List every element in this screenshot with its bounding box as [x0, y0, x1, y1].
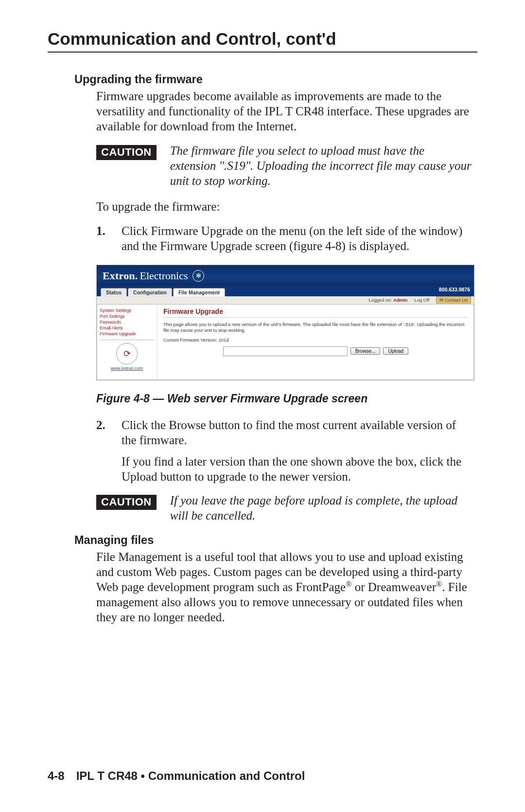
to-upgrade-intro: To upgrade the firmware:: [96, 199, 472, 215]
sidebar-item-firmware[interactable]: Firmware Upgrade: [100, 331, 154, 337]
browse-button[interactable]: Browse...: [350, 347, 381, 355]
sidebar-item-passwords[interactable]: Passwords: [100, 319, 154, 325]
brand-electronics: Electronics: [140, 270, 188, 282]
figure-4-8: Extron. Electronics ✻ Status Configurati…: [96, 265, 474, 380]
file-path-input[interactable]: [223, 346, 348, 356]
caution-badge: CAUTION: [96, 145, 157, 160]
step-1-text: Click Firmware Upgrade on the menu (on t…: [122, 224, 472, 254]
section-upgrading-body: Firmware upgrades become available as im…: [96, 89, 472, 134]
caution-2: CAUTION If you leave the page before upl…: [96, 493, 472, 523]
logged-on-label: Logged on: Admin: [369, 297, 408, 303]
contact-us-link[interactable]: ✉ Contact Us: [436, 296, 471, 304]
tab-bar: Status Configuration File Management 800…: [97, 286, 474, 296]
caution-badge: CAUTION: [96, 495, 157, 510]
step-2-followup: If you find a later version than the one…: [122, 454, 472, 485]
main-panel: Firmware Upgrade This page allows you to…: [158, 305, 474, 380]
firmware-description: This page allows you to upload a new ver…: [163, 322, 468, 333]
section-upgrading-heading: Upgrading the firmware: [74, 73, 477, 86]
sidebar-item-port[interactable]: Port Settings: [100, 313, 154, 319]
phone-number: 800.633.9876: [439, 287, 470, 292]
page-number: 4-8: [48, 769, 65, 782]
firmware-version: Current Firmware Version: 101d: [163, 337, 468, 343]
sidebar: System Settings Port Settings Passwords …: [97, 305, 158, 380]
step-2-text: Click the Browse button to find the most…: [122, 418, 472, 448]
section-managing-heading: Managing files: [74, 534, 477, 547]
caution-1: CAUTION The firmware file you select to …: [96, 144, 472, 188]
sidebar-logo-icon: ⟳: [116, 343, 138, 364]
brand-extron: Extron.: [103, 270, 138, 282]
caution-2-text: If you leave the page before upload is c…: [170, 493, 472, 523]
figure-caption: Figure 4-8 — Web server Firmware Upgrade…: [96, 392, 477, 405]
app-banner: Extron. Electronics ✻: [97, 265, 474, 286]
footer-title: IPL T CR48 • Communication and Control: [76, 769, 305, 782]
chapter-title: Communication and Control, cont'd: [48, 29, 477, 49]
status-bar: Logged on: Admin Log Off ✉ Contact Us: [97, 296, 474, 305]
step-1: 1. Click Firmware Upgrade on the menu (o…: [96, 224, 472, 254]
logo-icon: ✻: [192, 270, 204, 282]
page-footer: 4-8 IPL T CR48 • Communication and Contr…: [48, 769, 305, 783]
logged-user: Admin: [393, 297, 408, 303]
step-number: 1.: [96, 224, 111, 254]
tab-file-management[interactable]: File Management: [173, 288, 225, 296]
step-number: 2.: [96, 418, 111, 448]
tab-status[interactable]: Status: [101, 288, 127, 296]
reg-mark-icon: ®: [346, 580, 351, 589]
tab-configuration[interactable]: Configuration: [128, 288, 172, 296]
sidebar-item-system[interactable]: System Settings: [100, 307, 154, 313]
reg-mark-icon: ®: [436, 580, 442, 589]
title-rule: [48, 52, 477, 53]
caution-1-text: The firmware file you select to upload m…: [170, 144, 472, 188]
main-rule: [163, 317, 468, 318]
sidebar-item-email[interactable]: Email Alerts: [100, 325, 154, 331]
upload-row: Browse... Upload: [163, 346, 468, 356]
logoff-link[interactable]: Log Off: [414, 297, 429, 303]
firmware-heading: Firmware Upgrade: [163, 307, 468, 315]
sidebar-url[interactable]: www.extron.com: [100, 365, 154, 371]
upload-button[interactable]: Upload: [383, 347, 408, 355]
sidebar-rule: [100, 340, 154, 340]
step-2: 2. Click the Browse button to find the m…: [96, 418, 472, 448]
section-managing-body: File Management is a useful tool that al…: [96, 550, 472, 625]
